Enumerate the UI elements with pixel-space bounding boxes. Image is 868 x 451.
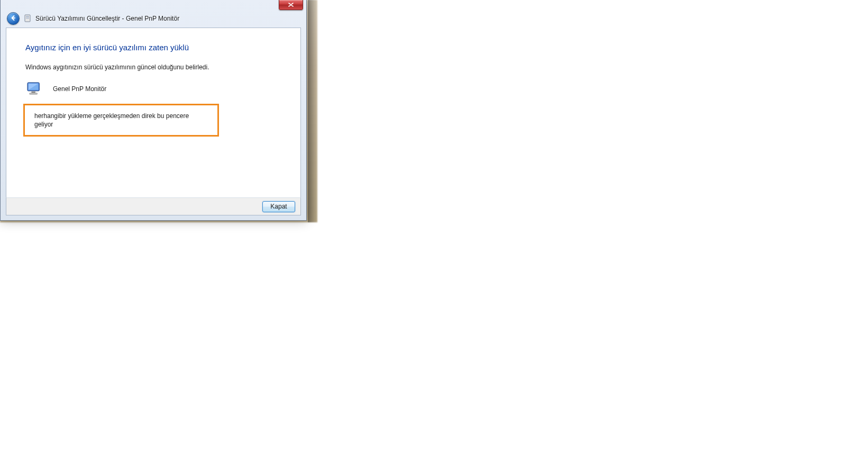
svg-rect-2 (26, 16, 29, 17)
titlebar: Sürücü Yazılımını Güncelleştir - Genel P… (1, 0, 306, 28)
arrow-left-icon (10, 15, 16, 23)
window-shadow (308, 0, 317, 222)
monitor-icon (26, 82, 42, 96)
window-title: Sürücü Yazılımını Güncelleştir - Genel P… (35, 15, 179, 22)
svg-rect-7 (30, 93, 38, 95)
back-button[interactable] (7, 12, 20, 25)
svg-rect-3 (26, 17, 29, 19)
device-row: Genel PnP Monitör (25, 82, 281, 96)
close-button[interactable]: Kapat (262, 201, 295, 212)
device-icon (24, 14, 31, 23)
annotation-text: herhangibir yükleme gerçekleşmeden direk… (34, 112, 189, 128)
driver-update-wizard-window: Sürücü Yazılımını Güncelleştir - Genel P… (0, 0, 307, 221)
footer-panel: Kapat (6, 197, 301, 215)
user-annotation-box: herhangibir yükleme gerçekleşmeden direk… (23, 104, 219, 137)
status-text: Windows aygıtınızın sürücü yazılımının g… (25, 64, 281, 71)
content-panel: Aygıtınız için en iyi sürücü yazılımı za… (6, 28, 301, 198)
svg-rect-6 (31, 92, 35, 93)
device-name-label: Genel PnP Monitör (53, 85, 106, 93)
page-heading: Aygıtınız için en iyi sürücü yazılımı za… (25, 43, 281, 52)
